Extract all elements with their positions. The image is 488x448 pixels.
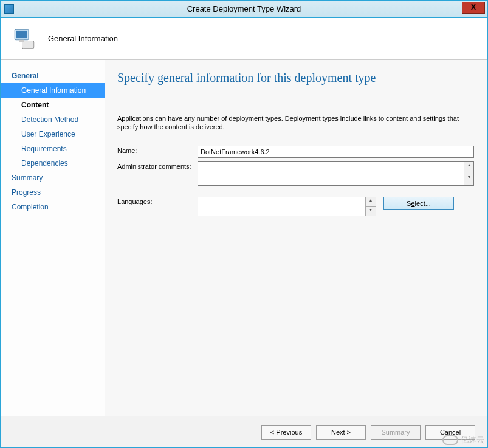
languages-label: Languages: <box>117 197 198 205</box>
sidebar: GeneralGeneral InformationContentDetecti… <box>1 60 105 416</box>
main-panel: Specify general information for this dep… <box>105 60 487 416</box>
sidebar-item-general-information[interactable]: General Information <box>1 83 105 98</box>
computer-icon <box>12 26 37 52</box>
scroll-down-icon[interactable]: ▾ <box>366 207 376 216</box>
watermark-text: 亿速云 <box>461 435 484 446</box>
sidebar-item-general[interactable]: General <box>1 69 105 83</box>
svg-rect-1 <box>16 30 27 38</box>
name-input[interactable] <box>198 146 474 158</box>
summary-button[interactable]: Summary <box>371 425 421 440</box>
sidebar-item-user-experience[interactable]: User Experience <box>1 127 105 141</box>
sidebar-item-summary[interactable]: Summary <box>1 171 105 185</box>
scroll-up-icon[interactable]: ▴ <box>366 197 376 207</box>
name-label: Name: <box>117 146 198 154</box>
comments-scrollbar: ▴ ▾ <box>464 161 474 186</box>
titlebar: Create Deployment Type Wizard X <box>1 1 487 18</box>
sidebar-item-completion[interactable]: Completion <box>1 200 105 214</box>
cloud-icon <box>442 435 458 445</box>
sidebar-item-content[interactable]: Content <box>1 98 105 112</box>
comments-box: ▴ ▾ <box>198 161 474 186</box>
sidebar-item-requirements[interactable]: Requirements <box>1 141 105 156</box>
window-title: Create Deployment Type Wizard <box>1 4 487 13</box>
select-button[interactable]: Select... <box>383 197 454 210</box>
wizard-window: Create Deployment Type Wizard X General … <box>0 0 488 448</box>
svg-rect-3 <box>19 39 24 42</box>
page-heading: Specify general information for this dep… <box>117 71 474 85</box>
name-row: Name: <box>117 146 474 158</box>
languages-listbox[interactable]: ▴ ▾ <box>198 197 376 216</box>
next-button[interactable]: Next > <box>316 425 366 440</box>
comments-label: Administrator comments: <box>117 161 198 170</box>
svg-rect-2 <box>22 41 34 48</box>
previous-button[interactable]: < Previous <box>261 425 311 440</box>
scroll-down-icon[interactable]: ▾ <box>464 174 473 186</box>
watermark: 亿速云 <box>442 435 484 446</box>
languages-row: Languages: ▴ ▾ Select... <box>117 197 474 216</box>
sidebar-item-detection-method[interactable]: Detection Method <box>1 112 105 127</box>
footer: < Previous Next > Summary Cancel <box>1 416 487 447</box>
body: GeneralGeneral InformationContentDetecti… <box>1 60 487 416</box>
sidebar-item-dependencies[interactable]: Dependencies <box>1 156 105 171</box>
comments-textarea[interactable] <box>198 161 464 186</box>
header-title: General Information <box>48 34 118 43</box>
comments-row: Administrator comments: ▴ ▾ <box>117 161 474 186</box>
languages-value <box>198 197 365 216</box>
scroll-up-icon[interactable]: ▴ <box>464 162 473 174</box>
languages-scrollbar: ▴ ▾ <box>365 197 376 216</box>
header: General Information <box>1 18 487 60</box>
sidebar-item-progress[interactable]: Progress <box>1 185 105 200</box>
intro-text: Applications can have any number of depl… <box>117 114 474 131</box>
close-button[interactable]: X <box>462 2 485 14</box>
